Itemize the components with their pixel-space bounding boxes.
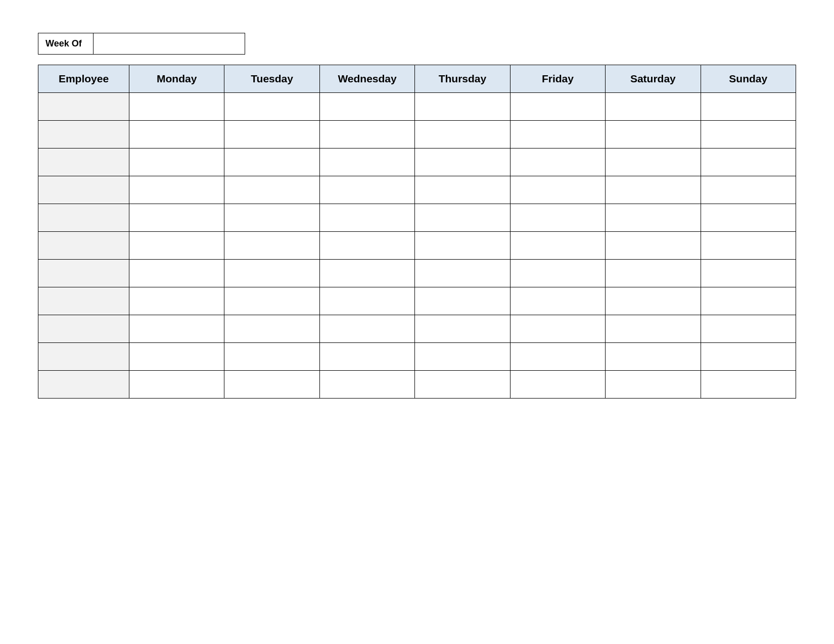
day-cell[interactable]	[415, 93, 510, 121]
day-cell[interactable]	[701, 315, 796, 343]
day-cell[interactable]	[415, 287, 510, 315]
employee-cell[interactable]	[38, 121, 129, 148]
day-cell[interactable]	[224, 287, 319, 315]
employee-cell[interactable]	[38, 343, 129, 371]
table-row	[38, 121, 796, 148]
day-cell[interactable]	[129, 232, 224, 260]
day-cell[interactable]	[701, 93, 796, 121]
day-cell[interactable]	[224, 343, 319, 371]
day-cell[interactable]	[129, 260, 224, 287]
day-cell[interactable]	[510, 176, 605, 204]
table-row	[38, 204, 796, 232]
employee-cell[interactable]	[38, 93, 129, 121]
employee-cell[interactable]	[38, 232, 129, 260]
day-cell[interactable]	[129, 343, 224, 371]
day-cell[interactable]	[319, 93, 414, 121]
day-cell[interactable]	[319, 343, 414, 371]
day-cell[interactable]	[224, 121, 319, 148]
day-cell[interactable]	[510, 121, 605, 148]
day-cell[interactable]	[415, 121, 510, 148]
day-cell[interactable]	[606, 287, 701, 315]
day-cell[interactable]	[701, 343, 796, 371]
table-row	[38, 371, 796, 399]
day-cell[interactable]	[224, 232, 319, 260]
day-cell[interactable]	[129, 176, 224, 204]
employee-cell[interactable]	[38, 148, 129, 176]
day-cell[interactable]	[606, 371, 701, 399]
day-cell[interactable]	[224, 315, 319, 343]
day-cell[interactable]	[510, 260, 605, 287]
day-cell[interactable]	[224, 371, 319, 399]
header-wednesday: Wednesday	[319, 65, 414, 93]
day-cell[interactable]	[510, 287, 605, 315]
day-cell[interactable]	[415, 260, 510, 287]
day-cell[interactable]	[319, 315, 414, 343]
day-cell[interactable]	[224, 176, 319, 204]
header-row: Employee Monday Tuesday Wednesday Thursd…	[38, 65, 796, 93]
day-cell[interactable]	[224, 93, 319, 121]
day-cell[interactable]	[224, 148, 319, 176]
week-of-value[interactable]	[94, 33, 245, 55]
day-cell[interactable]	[319, 204, 414, 232]
day-cell[interactable]	[606, 93, 701, 121]
day-cell[interactable]	[701, 371, 796, 399]
table-row	[38, 232, 796, 260]
schedule-table: Employee Monday Tuesday Wednesday Thursd…	[38, 65, 796, 399]
employee-cell[interactable]	[38, 260, 129, 287]
day-cell[interactable]	[510, 343, 605, 371]
day-cell[interactable]	[510, 315, 605, 343]
day-cell[interactable]	[319, 371, 414, 399]
day-cell[interactable]	[606, 232, 701, 260]
day-cell[interactable]	[224, 260, 319, 287]
header-tuesday: Tuesday	[224, 65, 319, 93]
day-cell[interactable]	[415, 315, 510, 343]
day-cell[interactable]	[606, 260, 701, 287]
day-cell[interactable]	[606, 176, 701, 204]
header-saturday: Saturday	[606, 65, 701, 93]
day-cell[interactable]	[701, 232, 796, 260]
day-cell[interactable]	[319, 176, 414, 204]
day-cell[interactable]	[129, 204, 224, 232]
day-cell[interactable]	[129, 148, 224, 176]
day-cell[interactable]	[606, 204, 701, 232]
employee-cell[interactable]	[38, 204, 129, 232]
employee-cell[interactable]	[38, 315, 129, 343]
day-cell[interactable]	[606, 343, 701, 371]
day-cell[interactable]	[415, 204, 510, 232]
day-cell[interactable]	[701, 176, 796, 204]
employee-cell[interactable]	[38, 176, 129, 204]
day-cell[interactable]	[129, 315, 224, 343]
day-cell[interactable]	[415, 176, 510, 204]
day-cell[interactable]	[415, 343, 510, 371]
day-cell[interactable]	[701, 204, 796, 232]
week-of-section: Week Of	[38, 33, 796, 55]
day-cell[interactable]	[319, 148, 414, 176]
day-cell[interactable]	[319, 287, 414, 315]
day-cell[interactable]	[129, 287, 224, 315]
day-cell[interactable]	[510, 232, 605, 260]
day-cell[interactable]	[415, 371, 510, 399]
day-cell[interactable]	[129, 93, 224, 121]
day-cell[interactable]	[510, 371, 605, 399]
day-cell[interactable]	[319, 121, 414, 148]
day-cell[interactable]	[129, 371, 224, 399]
day-cell[interactable]	[224, 204, 319, 232]
day-cell[interactable]	[606, 121, 701, 148]
table-row	[38, 148, 796, 176]
day-cell[interactable]	[606, 148, 701, 176]
day-cell[interactable]	[319, 260, 414, 287]
day-cell[interactable]	[319, 232, 414, 260]
day-cell[interactable]	[129, 121, 224, 148]
day-cell[interactable]	[510, 148, 605, 176]
day-cell[interactable]	[510, 93, 605, 121]
employee-cell[interactable]	[38, 371, 129, 399]
day-cell[interactable]	[415, 148, 510, 176]
day-cell[interactable]	[415, 232, 510, 260]
day-cell[interactable]	[606, 315, 701, 343]
day-cell[interactable]	[701, 260, 796, 287]
day-cell[interactable]	[510, 204, 605, 232]
day-cell[interactable]	[701, 121, 796, 148]
day-cell[interactable]	[701, 287, 796, 315]
day-cell[interactable]	[701, 148, 796, 176]
employee-cell[interactable]	[38, 287, 129, 315]
